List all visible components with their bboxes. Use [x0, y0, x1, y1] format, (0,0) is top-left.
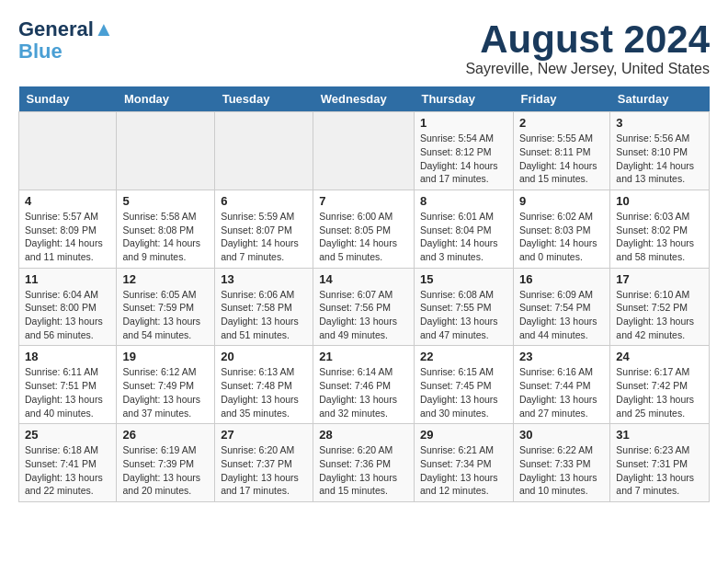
calendar-cell: 6Sunrise: 5:59 AM Sunset: 8:07 PM Daylig… [215, 190, 313, 268]
day-number: 24 [616, 350, 703, 363]
day-info: Sunrise: 6:15 AM Sunset: 7:45 PM Dayligh… [420, 365, 507, 419]
day-number: 16 [519, 272, 604, 286]
calendar-cell: 19Sunrise: 6:12 AM Sunset: 7:49 PM Dayli… [117, 346, 215, 424]
day-info: Sunrise: 6:13 AM Sunset: 7:48 PM Dayligh… [221, 365, 307, 419]
calendar-cell: 20Sunrise: 6:13 AM Sunset: 7:48 PM Dayli… [215, 346, 313, 424]
calendar-cell [215, 112, 313, 190]
day-info: Sunrise: 5:58 AM Sunset: 8:08 PM Dayligh… [122, 210, 209, 264]
day-number: 9 [519, 194, 604, 208]
calendar-cell: 24Sunrise: 6:17 AM Sunset: 7:42 PM Dayli… [610, 346, 710, 424]
day-number: 5 [122, 194, 209, 208]
calendar-cell: 8Sunrise: 6:01 AM Sunset: 8:04 PM Daylig… [414, 190, 513, 268]
weekday-header-friday: Friday [513, 86, 609, 112]
header: General▲ Blue August 2024 Sayreville, Ne… [18, 18, 710, 77]
calendar-cell: 23Sunrise: 6:16 AM Sunset: 7:44 PM Dayli… [513, 346, 609, 424]
day-info: Sunrise: 6:09 AM Sunset: 7:54 PM Dayligh… [519, 288, 604, 342]
calendar-table: SundayMondayTuesdayWednesdayThursdayFrid… [18, 86, 710, 502]
day-info: Sunrise: 6:06 AM Sunset: 7:58 PM Dayligh… [221, 288, 307, 342]
day-number: 22 [420, 350, 507, 363]
day-number: 15 [420, 272, 507, 286]
day-info: Sunrise: 5:57 AM Sunset: 8:09 PM Dayligh… [25, 210, 110, 264]
day-info: Sunrise: 6:21 AM Sunset: 7:34 PM Dayligh… [420, 443, 507, 498]
day-info: Sunrise: 6:19 AM Sunset: 7:39 PM Dayligh… [122, 443, 209, 498]
calendar-cell [313, 112, 415, 190]
day-info: Sunrise: 6:20 AM Sunset: 7:36 PM Dayligh… [319, 443, 408, 498]
calendar-cell: 11Sunrise: 6:04 AM Sunset: 8:00 PM Dayli… [19, 268, 117, 346]
day-info: Sunrise: 5:56 AM Sunset: 8:10 PM Dayligh… [616, 132, 703, 186]
calendar-cell: 2Sunrise: 5:55 AM Sunset: 8:11 PM Daylig… [513, 112, 609, 190]
calendar-cell: 16Sunrise: 6:09 AM Sunset: 7:54 PM Dayli… [513, 268, 609, 346]
calendar-cell: 10Sunrise: 6:03 AM Sunset: 8:02 PM Dayli… [610, 190, 710, 268]
calendar-cell [19, 112, 117, 190]
day-number: 8 [420, 194, 507, 208]
day-info: Sunrise: 6:18 AM Sunset: 7:41 PM Dayligh… [25, 443, 110, 498]
calendar-cell: 7Sunrise: 6:00 AM Sunset: 8:05 PM Daylig… [313, 190, 415, 268]
day-info: Sunrise: 6:22 AM Sunset: 7:33 PM Dayligh… [519, 443, 604, 498]
calendar-cell: 28Sunrise: 6:20 AM Sunset: 7:36 PM Dayli… [313, 424, 415, 502]
day-info: Sunrise: 5:55 AM Sunset: 8:11 PM Dayligh… [519, 132, 604, 186]
calendar-cell: 27Sunrise: 6:20 AM Sunset: 7:37 PM Dayli… [215, 424, 313, 502]
weekday-header-row: SundayMondayTuesdayWednesdayThursdayFrid… [19, 86, 710, 112]
calendar-cell: 15Sunrise: 6:08 AM Sunset: 7:55 PM Dayli… [414, 268, 513, 346]
day-number: 10 [616, 194, 703, 208]
calendar-cell: 4Sunrise: 5:57 AM Sunset: 8:09 PM Daylig… [19, 190, 117, 268]
calendar-week-row: 1Sunrise: 5:54 AM Sunset: 8:12 PM Daylig… [19, 112, 710, 190]
calendar-cell: 3Sunrise: 5:56 AM Sunset: 8:10 PM Daylig… [610, 112, 710, 190]
day-number: 12 [122, 272, 209, 286]
day-info: Sunrise: 6:04 AM Sunset: 8:00 PM Dayligh… [25, 288, 110, 342]
day-info: Sunrise: 5:54 AM Sunset: 8:12 PM Dayligh… [420, 132, 507, 186]
calendar-cell [117, 112, 215, 190]
day-info: Sunrise: 5:59 AM Sunset: 8:07 PM Dayligh… [221, 210, 307, 264]
calendar-cell: 31Sunrise: 6:23 AM Sunset: 7:31 PM Dayli… [610, 424, 710, 502]
day-number: 29 [420, 428, 507, 442]
calendar-cell: 18Sunrise: 6:11 AM Sunset: 7:51 PM Dayli… [19, 346, 117, 424]
day-info: Sunrise: 6:00 AM Sunset: 8:05 PM Dayligh… [319, 210, 408, 264]
logo-subtext: Blue [18, 40, 63, 63]
logo: General▲ Blue [18, 18, 114, 63]
calendar-week-row: 11Sunrise: 6:04 AM Sunset: 8:00 PM Dayli… [19, 268, 710, 346]
calendar-subtitle: Sayreville, New Jersey, United States [465, 61, 710, 77]
weekday-header-thursday: Thursday [414, 86, 513, 112]
day-number: 6 [221, 194, 307, 208]
weekday-header-saturday: Saturday [610, 86, 710, 112]
day-info: Sunrise: 6:03 AM Sunset: 8:02 PM Dayligh… [616, 210, 703, 264]
calendar-title: August 2024 [465, 18, 710, 61]
day-info: Sunrise: 6:05 AM Sunset: 7:59 PM Dayligh… [122, 288, 209, 342]
calendar-cell: 5Sunrise: 5:58 AM Sunset: 8:08 PM Daylig… [117, 190, 215, 268]
day-number: 25 [25, 428, 110, 442]
calendar-cell: 1Sunrise: 5:54 AM Sunset: 8:12 PM Daylig… [414, 112, 513, 190]
day-number: 27 [221, 428, 307, 442]
day-number: 23 [519, 350, 604, 363]
calendar-cell: 26Sunrise: 6:19 AM Sunset: 7:39 PM Dayli… [117, 424, 215, 502]
calendar-cell: 25Sunrise: 6:18 AM Sunset: 7:41 PM Dayli… [19, 424, 117, 502]
day-number: 4 [25, 194, 110, 208]
calendar-cell: 30Sunrise: 6:22 AM Sunset: 7:33 PM Dayli… [513, 424, 609, 502]
weekday-header-monday: Monday [117, 86, 215, 112]
calendar-cell: 9Sunrise: 6:02 AM Sunset: 8:03 PM Daylig… [513, 190, 609, 268]
weekday-header-sunday: Sunday [19, 86, 117, 112]
day-number: 1 [420, 116, 507, 130]
day-info: Sunrise: 6:11 AM Sunset: 7:51 PM Dayligh… [25, 365, 110, 419]
day-info: Sunrise: 6:20 AM Sunset: 7:37 PM Dayligh… [221, 443, 307, 498]
day-number: 26 [122, 428, 209, 442]
day-info: Sunrise: 6:12 AM Sunset: 7:49 PM Dayligh… [122, 365, 209, 419]
calendar-cell: 29Sunrise: 6:21 AM Sunset: 7:34 PM Dayli… [414, 424, 513, 502]
day-number: 18 [25, 350, 110, 363]
calendar-week-row: 4Sunrise: 5:57 AM Sunset: 8:09 PM Daylig… [19, 190, 710, 268]
day-info: Sunrise: 6:02 AM Sunset: 8:03 PM Dayligh… [519, 210, 604, 264]
day-number: 13 [221, 272, 307, 286]
day-number: 11 [25, 272, 110, 286]
day-number: 30 [519, 428, 604, 442]
weekday-header-tuesday: Tuesday [215, 86, 313, 112]
weekday-header-wednesday: Wednesday [313, 86, 415, 112]
day-info: Sunrise: 6:08 AM Sunset: 7:55 PM Dayligh… [420, 288, 507, 342]
calendar-cell: 17Sunrise: 6:10 AM Sunset: 7:52 PM Dayli… [610, 268, 710, 346]
calendar-week-row: 25Sunrise: 6:18 AM Sunset: 7:41 PM Dayli… [19, 424, 710, 502]
calendar-week-row: 18Sunrise: 6:11 AM Sunset: 7:51 PM Dayli… [19, 346, 710, 424]
day-number: 20 [221, 350, 307, 363]
day-info: Sunrise: 6:14 AM Sunset: 7:46 PM Dayligh… [319, 365, 408, 419]
day-number: 28 [319, 428, 408, 442]
day-number: 14 [319, 272, 408, 286]
calendar-cell: 12Sunrise: 6:05 AM Sunset: 7:59 PM Dayli… [117, 268, 215, 346]
title-section: August 2024 Sayreville, New Jersey, Unit… [465, 18, 710, 77]
